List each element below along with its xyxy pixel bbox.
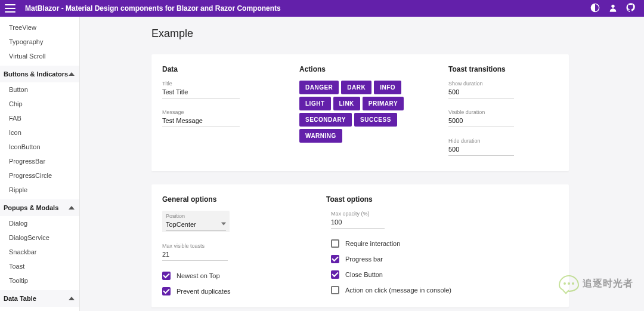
action-button-warning[interactable]: WARNING	[299, 129, 342, 143]
checkbox-label: Action on click (message in console)	[345, 287, 451, 294]
checkbox[interactable]: Action on click (message in console)	[331, 286, 558, 294]
duration-input[interactable]	[448, 116, 514, 127]
field-label: Position	[166, 213, 226, 219]
position-select[interactable]: Position TopCenter	[162, 211, 230, 232]
field-label: Max visible toasts	[162, 243, 281, 249]
section-title: Toast options	[326, 195, 558, 204]
checkbox-label: Close Button	[345, 271, 383, 278]
message-input[interactable]	[162, 116, 240, 127]
page-title: Example	[151, 27, 644, 40]
message-field[interactable]: Message	[162, 109, 275, 127]
svg-point-1	[611, 4, 614, 7]
checkbox-box	[331, 270, 339, 279]
app-title: MatBlazor - Material Design components f…	[25, 4, 590, 13]
example-card: Data Title Message Actions DANGERDARKINF…	[151, 54, 569, 171]
max-visible-input[interactable]	[162, 250, 228, 261]
sidebar-category[interactable]: Data Table	[0, 290, 79, 307]
checkbox-label: Progress bar	[345, 255, 383, 263]
field-label: Show duration	[448, 81, 558, 87]
duration-field[interactable]: Visible duration	[448, 109, 558, 127]
sidebar-item[interactable]: Snackbar	[0, 245, 79, 259]
title-field[interactable]: Title	[162, 81, 275, 98]
sidebar-item[interactable]: Virtual Scroll	[0, 49, 79, 63]
checkbox-box	[162, 272, 171, 280]
options-card: General options Position TopCenter Max v…	[151, 184, 569, 307]
action-button-primary[interactable]: PRIMARY	[363, 97, 404, 110]
checkbox[interactable]: Newest on Top	[162, 272, 281, 280]
action-button-danger[interactable]: DANGER	[299, 81, 339, 94]
theme-toggle-icon[interactable]	[590, 3, 600, 14]
github-icon[interactable]	[626, 3, 636, 14]
section-title: Toast transitions	[448, 65, 558, 73]
data-section: Data Title Message	[162, 65, 275, 167]
section-title: General options	[162, 195, 281, 204]
sidebar-item[interactable]: Dialog	[0, 216, 79, 230]
sidebar-item[interactable]: Chip	[0, 97, 79, 111]
transitions-section: Toast transitions Show durationVisible d…	[448, 65, 558, 167]
field-label: Hide duration	[448, 138, 558, 144]
duration-input[interactable]	[448, 87, 514, 98]
checkbox-box	[331, 239, 339, 248]
action-button-secondary[interactable]: SECONDARY	[299, 113, 352, 127]
checkbox[interactable]: Progress bar	[331, 255, 558, 263]
menu-icon[interactable]	[5, 4, 16, 13]
sidebar: TreeViewTypographyVirtual Scroll Buttons…	[0, 17, 80, 311]
checkbox[interactable]: Require interaction	[331, 239, 558, 248]
section-title: Data	[162, 65, 275, 73]
sidebar-item[interactable]: IconButton	[0, 140, 79, 154]
sidebar-item[interactable]: TreeView	[0, 20, 79, 35]
sidebar-item[interactable]: Toast	[0, 259, 79, 273]
chevron-up-icon	[69, 71, 75, 77]
action-button-success[interactable]: SUCCESS	[354, 113, 397, 127]
checkbox-label: Require interaction	[345, 240, 400, 247]
section-title: Actions	[299, 65, 425, 73]
checkbox[interactable]: Close Button	[331, 270, 558, 279]
appbar: MatBlazor - Material Design components f…	[0, 0, 644, 17]
sidebar-item[interactable]: Icon	[0, 125, 79, 140]
checkbox-box	[331, 286, 339, 294]
checkbox-box	[331, 255, 339, 263]
checkbox-box	[162, 287, 171, 295]
sidebar-item[interactable]: ProgressCircle	[0, 168, 79, 183]
sidebar-category[interactable]: Buttons & Indicators	[0, 66, 79, 82]
sidebar-item[interactable]: Typography	[0, 35, 79, 49]
main-content: Example Data Title Message	[80, 17, 644, 311]
checkbox-label: Prevent duplicates	[177, 288, 231, 295]
general-section: General options Position TopCenter Max v…	[162, 195, 281, 303]
chevron-up-icon	[69, 295, 75, 301]
sidebar-item[interactable]: Ripple	[0, 183, 79, 197]
checkbox-label: Newest on Top	[177, 272, 220, 279]
sidebar-item[interactable]: DialogService	[0, 230, 79, 245]
checkbox[interactable]: Prevent duplicates	[162, 287, 281, 295]
position-value: TopCenter	[166, 220, 226, 231]
action-button-link[interactable]: LINK	[333, 97, 360, 110]
actions-section: Actions DANGERDARKINFOLIGHTLINKPRIMARYSE…	[299, 65, 425, 167]
action-button-info[interactable]: INFO	[374, 81, 401, 94]
toast-options-section: Toast options Max opacity (%) Require in…	[305, 195, 558, 303]
duration-field[interactable]: Show duration	[448, 81, 558, 98]
title-input[interactable]	[162, 87, 240, 98]
field-label: Message	[162, 109, 275, 115]
action-button-light[interactable]: LIGHT	[299, 97, 331, 110]
action-button-dark[interactable]: DARK	[341, 81, 371, 94]
action-buttons: DANGERDARKINFOLIGHTLINKPRIMARYSECONDARYS…	[299, 81, 425, 143]
sidebar-item[interactable]: FAB	[0, 111, 79, 125]
appbar-actions	[590, 3, 636, 14]
opacity-input[interactable]	[331, 217, 385, 229]
duration-input[interactable]	[448, 144, 514, 156]
sidebar-item[interactable]: Button	[0, 82, 79, 97]
field-label: Max opacity (%)	[331, 211, 558, 217]
chevron-down-icon	[221, 219, 226, 228]
duration-field[interactable]: Hide duration	[448, 138, 558, 156]
field-label: Visible duration	[448, 109, 558, 115]
sidebar-item[interactable]: Tooltip	[0, 273, 79, 288]
opacity-field[interactable]: Max opacity (%)	[331, 211, 558, 229]
field-label: Title	[162, 81, 275, 87]
account-icon[interactable]	[608, 3, 618, 14]
sidebar-item[interactable]: ProgressBar	[0, 154, 79, 168]
chevron-up-icon	[69, 205, 75, 211]
max-visible-field[interactable]: Max visible toasts	[162, 243, 281, 261]
sidebar-category[interactable]: Popups & Modals	[0, 199, 79, 216]
